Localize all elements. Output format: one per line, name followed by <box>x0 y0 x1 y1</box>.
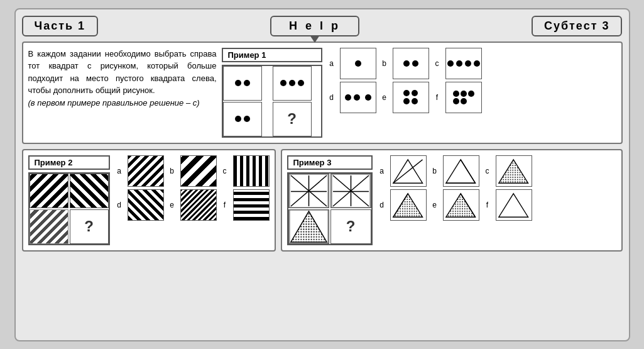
example2-pattern: ? <box>28 172 110 245</box>
example1-options: a b c <box>327 48 616 138</box>
main-content: В каждом задании необходимо выбрать спра… <box>22 42 623 252</box>
tri-cell-bl <box>288 209 329 244</box>
option-cell-e[interactable] <box>393 82 429 113</box>
option-cell-b[interactable] <box>393 48 429 79</box>
ex3-option-c[interactable] <box>496 155 532 187</box>
pattern-cell-tr <box>273 66 312 101</box>
options-row-def: d e <box>327 82 616 113</box>
stripe-cell-tl <box>30 174 68 208</box>
svg-marker-26 <box>499 194 528 217</box>
svg-line-14 <box>393 160 423 183</box>
example2-block: Пример 2 ? a <box>22 149 276 252</box>
example3-options: a b <box>378 155 616 245</box>
example3-block: Пример 3 <box>281 149 623 252</box>
option-cell-f[interactable] <box>445 82 482 113</box>
example3-pattern: ? <box>287 172 373 245</box>
tri-cell-br: ? <box>330 209 371 244</box>
option-cell-d[interactable] <box>340 82 376 113</box>
question-mark: ? <box>287 110 297 128</box>
part-label: Часть 1 <box>22 16 99 36</box>
svg-marker-19 <box>499 160 528 183</box>
ex2-option-f[interactable] <box>233 189 270 221</box>
ex3-options-row2: d e <box>378 189 616 221</box>
dot <box>244 116 250 122</box>
ex2-option-c[interactable] <box>233 155 270 187</box>
ex2-options-row2: d e f <box>115 189 270 221</box>
help-label: Н е l р <box>270 16 359 36</box>
top-section: В каждом задании необходимо выбрать спра… <box>22 42 623 144</box>
option-label-d: d <box>327 93 336 102</box>
ex2-option-d[interactable] <box>128 189 164 221</box>
svg-line-17 <box>461 160 475 183</box>
question-mark-3: ? <box>346 218 356 235</box>
ex2-option-e[interactable] <box>180 189 217 221</box>
dot <box>289 80 295 86</box>
example2-options: a b c d <box>115 155 270 245</box>
pattern-cell-bl <box>223 102 262 136</box>
svg-marker-24 <box>446 194 476 217</box>
stripe-cell-tr <box>70 174 109 208</box>
ex2-options-row1: a b c <box>115 155 270 187</box>
dot <box>280 80 287 86</box>
instructions-box: В каждом задании необходимо выбрать спра… <box>28 48 217 138</box>
option-label-f: f <box>433 93 442 102</box>
dot <box>298 80 304 86</box>
ex3-options-row1: a b <box>378 155 616 187</box>
pattern-cell-br: ? <box>273 102 312 136</box>
question-mark-2: ? <box>84 218 94 235</box>
stripe-cell-br: ? <box>70 209 109 244</box>
option-label-b: b <box>380 59 389 68</box>
bottom-section: Пример 2 ? a <box>22 149 623 252</box>
stripe-cell-bl <box>30 209 68 244</box>
dot <box>244 80 250 86</box>
ex3-option-f[interactable] <box>496 189 532 221</box>
example3-left: Пример 3 <box>287 155 373 245</box>
svg-marker-15 <box>446 160 476 183</box>
ex3-option-e[interactable] <box>443 189 479 221</box>
tri-cell-tl <box>288 174 329 208</box>
example2-left: Пример 2 ? <box>28 155 110 245</box>
ex2-option-a[interactable] <box>128 155 164 187</box>
pattern-cell-tl <box>223 66 262 101</box>
option-label-e: e <box>380 93 389 102</box>
svg-marker-21 <box>393 194 423 217</box>
example2-label: Пример 2 <box>28 155 110 170</box>
tri-cell-tr <box>330 174 371 208</box>
dot <box>235 80 241 86</box>
option-label-a: a <box>327 59 336 68</box>
subtest-label: Субтест 3 <box>532 16 623 36</box>
header: Часть 1 Н е l р Субтест 3 <box>22 16 623 36</box>
ex3-option-a[interactable] <box>390 155 427 187</box>
option-label-c: c <box>433 59 442 68</box>
ex3-option-b[interactable] <box>443 155 479 187</box>
option-cell-c[interactable] <box>445 48 482 79</box>
example1-label: Пример 1 <box>222 48 322 62</box>
example3-label: Пример 3 <box>287 155 373 170</box>
example1-pattern: ? <box>222 65 322 138</box>
options-row-abc: a b c <box>327 48 616 79</box>
ex3-option-d[interactable] <box>390 189 427 221</box>
option-cell-a[interactable] <box>340 48 376 79</box>
outer-container: Часть 1 Н е l р Субтест 3 В каждом задан… <box>14 8 630 341</box>
dot <box>235 116 241 122</box>
instructions-text: В каждом задании необходимо выбрать спра… <box>28 49 217 108</box>
example1-area: Пример 1 <box>222 48 322 138</box>
ex2-option-b[interactable] <box>180 155 217 187</box>
